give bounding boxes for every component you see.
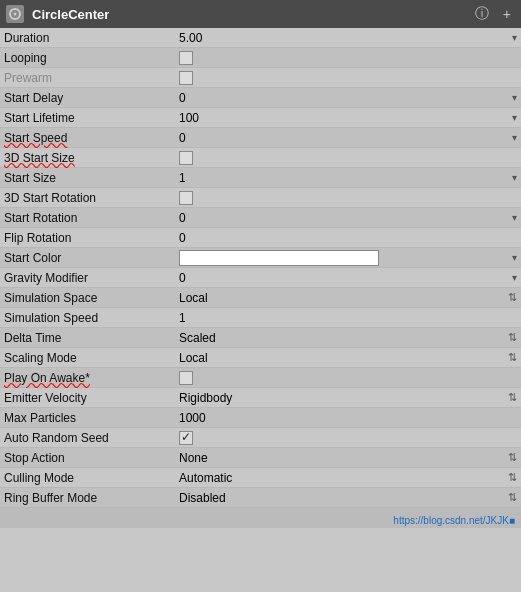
dropdown-value[interactable]: Automatic (179, 471, 232, 485)
particle-system-window: CircleCenter ⓘ + Duration5.00▾LoopingPre… (0, 0, 521, 528)
value-arrow[interactable]: ▾ (512, 92, 517, 103)
property-label: Start Rotation (4, 211, 179, 225)
property-value-area: Scaled⇅ (179, 331, 517, 345)
property-label: Start Size (4, 171, 179, 185)
property-value-area (179, 371, 517, 385)
property-row: Delta TimeScaled⇅ (0, 328, 521, 348)
property-label: Culling Mode (4, 471, 179, 485)
property-value-area: 5.00▾ (179, 31, 517, 45)
property-label: Looping (4, 51, 179, 65)
watermark: https://blog.csdn.net/JKJK■ (393, 515, 515, 526)
svg-point-1 (14, 13, 17, 16)
property-row: Ring Buffer ModeDisabled⇅ (0, 488, 521, 508)
dropdown-arrow[interactable]: ⇅ (504, 451, 517, 464)
checkbox[interactable] (179, 151, 193, 165)
property-row: Looping (0, 48, 521, 68)
dropdown-arrow[interactable]: ⇅ (504, 331, 517, 344)
title-bar-actions: ⓘ + (471, 3, 515, 25)
title-bar: CircleCenter ⓘ + (0, 0, 521, 28)
property-row: Duration5.00▾ (0, 28, 521, 48)
value-arrow[interactable]: ▾ (512, 172, 517, 183)
checkbox[interactable] (179, 371, 193, 385)
add-button[interactable]: + (499, 4, 515, 24)
checkbox[interactable] (179, 71, 193, 85)
text-value: 1 (179, 311, 186, 325)
checkbox[interactable] (179, 51, 193, 65)
property-row: Start Rotation0▾ (0, 208, 521, 228)
property-row: Start Speed0▾ (0, 128, 521, 148)
dropdown-arrow[interactable]: ⇅ (504, 391, 517, 404)
value-arrow[interactable]: ▾ (512, 212, 517, 223)
dropdown-value[interactable]: Rigidbody (179, 391, 232, 405)
property-label: Delta Time (4, 331, 179, 345)
property-label: Ring Buffer Mode (4, 491, 179, 505)
text-value: 0 (179, 231, 186, 245)
property-row: Simulation SpaceLocal⇅ (0, 288, 521, 308)
property-label: Start Color (4, 251, 179, 265)
property-row: Scaling ModeLocal⇅ (0, 348, 521, 368)
checkbox[interactable] (179, 431, 193, 445)
property-value-area: 0▾ (179, 91, 517, 105)
property-label: Auto Random Seed (4, 431, 179, 445)
window-title: CircleCenter (32, 7, 471, 22)
value-arrow[interactable]: ▾ (512, 112, 517, 123)
property-row: Prewarm (0, 68, 521, 88)
color-swatch[interactable] (179, 250, 379, 266)
dropdown-value[interactable]: Scaled (179, 331, 216, 345)
text-value: 0 (179, 211, 186, 225)
property-value-area: 100▾ (179, 111, 517, 125)
text-value: 100 (179, 111, 199, 125)
property-label: Max Particles (4, 411, 179, 425)
dropdown-arrow[interactable]: ⇅ (504, 351, 517, 364)
property-row: Auto Random Seed (0, 428, 521, 448)
property-label: Simulation Space (4, 291, 179, 305)
property-label: 3D Start Size (4, 151, 179, 165)
value-arrow[interactable]: ▾ (512, 32, 517, 43)
properties-panel: Duration5.00▾LoopingPrewarmStart Delay0▾… (0, 28, 521, 508)
dropdown-value[interactable]: Local (179, 351, 208, 365)
property-value-area: 0▾ (179, 271, 517, 285)
property-label: Start Lifetime (4, 111, 179, 125)
property-value-area: 1000 (179, 411, 517, 425)
value-arrow[interactable]: ▾ (512, 132, 517, 143)
property-row: 3D Start Rotation (0, 188, 521, 208)
property-value-area: 1 (179, 311, 517, 325)
property-row: 3D Start Size (0, 148, 521, 168)
text-value: 0 (179, 131, 186, 145)
dropdown-value[interactable]: Local (179, 291, 208, 305)
info-button[interactable]: ⓘ (471, 3, 493, 25)
dropdown-arrow[interactable]: ▾ (512, 252, 517, 263)
value-arrow[interactable]: ▾ (512, 272, 517, 283)
dropdown-value[interactable]: None (179, 451, 208, 465)
dropdown-value[interactable]: Disabled (179, 491, 226, 505)
dropdown-arrow[interactable]: ⇅ (504, 491, 517, 504)
property-value-area (179, 71, 517, 85)
property-value-area: Automatic⇅ (179, 471, 517, 485)
property-value-area: Local⇅ (179, 351, 517, 365)
dropdown-arrow[interactable]: ⇅ (504, 471, 517, 484)
property-value-area: 0▾ (179, 211, 517, 225)
property-value-area: None⇅ (179, 451, 517, 465)
property-label: Flip Rotation (4, 231, 179, 245)
dropdown-arrow[interactable]: ⇅ (504, 291, 517, 304)
property-label: 3D Start Rotation (4, 191, 179, 205)
text-value: 5.00 (179, 31, 202, 45)
property-value-area: Local⇅ (179, 291, 517, 305)
property-value-area (179, 431, 517, 445)
property-value-area: 1▾ (179, 171, 517, 185)
text-value: 1000 (179, 411, 206, 425)
property-row: Start Delay0▾ (0, 88, 521, 108)
property-row: Flip Rotation0 (0, 228, 521, 248)
property-row: Max Particles1000 (0, 408, 521, 428)
property-row: Start Color▾ (0, 248, 521, 268)
property-row: Start Size1▾ (0, 168, 521, 188)
property-label: Duration (4, 31, 179, 45)
property-value-area (179, 51, 517, 65)
property-row: Emitter VelocityRigidbody⇅ (0, 388, 521, 408)
property-label: Prewarm (4, 71, 179, 85)
property-value-area: 0 (179, 231, 517, 245)
property-value-area (179, 151, 517, 165)
property-value-area: ▾ (179, 250, 517, 266)
property-label: Simulation Speed (4, 311, 179, 325)
checkbox[interactable] (179, 191, 193, 205)
